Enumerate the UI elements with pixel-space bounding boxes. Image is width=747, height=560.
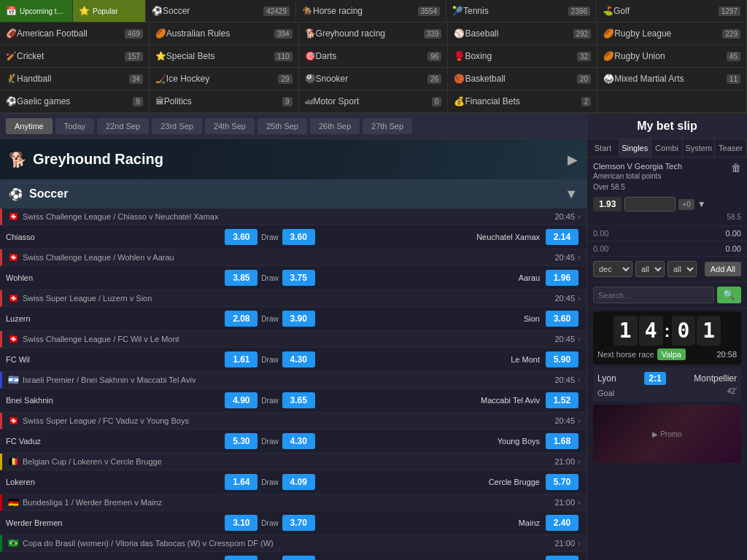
soccer-banner[interactable]: ⚽ Soccer ▼: [0, 179, 587, 209]
tennis-icon: 🎾: [452, 6, 463, 16]
nav-american-football[interactable]: 🏈 American Football 469: [0, 23, 150, 44]
draw-odds-4[interactable]: 3.65: [282, 392, 315, 408]
tab-23sep[interactable]: 23rd Sep: [152, 118, 202, 134]
nav-politics[interactable]: 🏛 Politics 9: [150, 90, 299, 112]
draw-odds-6[interactable]: 4.09: [282, 474, 315, 490]
match-header-5[interactable]: 🇨🇭 Swiss Super League / FC Vaduz v Young…: [0, 413, 587, 429]
format-select-3[interactable]: all: [667, 261, 697, 277]
away-odds-4[interactable]: 1.52: [546, 392, 578, 408]
home-odds-1[interactable]: 3.85: [225, 270, 258, 286]
match-odds-7: 3.10 Draw 3.70: [222, 515, 317, 531]
tab-today[interactable]: Today: [55, 118, 94, 134]
draw-odds-2[interactable]: 3.90: [282, 311, 315, 327]
nav-upcoming[interactable]: 📅 Upcoming today: [0, 0, 73, 22]
home-odds-3[interactable]: 1.61: [225, 351, 258, 368]
match-odds-3: 1.61 Draw 4.30: [222, 351, 317, 368]
nav-motor-sport[interactable]: 🏎 Motor Sport 0: [299, 90, 449, 112]
home-odds-4[interactable]: 4.90: [225, 392, 258, 408]
add-all-button[interactable]: Add All: [705, 262, 741, 276]
draw-odds-0[interactable]: 3.60: [282, 229, 315, 245]
nav-boxing[interactable]: 🥊 Boxing 32: [448, 45, 597, 67]
nav-basketball[interactable]: 🏀 Basketball 20: [448, 68, 597, 90]
away-odds-5[interactable]: 1.68: [546, 433, 578, 449]
away-odds-2[interactable]: 3.60: [546, 311, 578, 327]
match-header-4[interactable]: 🇮🇱 Israeli Premier / Bnei Sakhnin v Macc…: [0, 372, 587, 389]
away-odds-6[interactable]: 5.70: [546, 474, 578, 490]
tab-24sep[interactable]: 24th Sep: [205, 118, 255, 134]
home-odds-2[interactable]: 2.08: [225, 311, 258, 327]
nav-darts[interactable]: 🎯 Darts 96: [299, 45, 449, 67]
match-header-7[interactable]: 🇩🇪 Bundesliga 1 / Werder Bremen v Mainz …: [0, 494, 587, 511]
draw-odds-1[interactable]: 3.75: [282, 270, 315, 286]
draw-odds-3[interactable]: 4.30: [282, 351, 315, 368]
home-odds-6[interactable]: 1.64: [225, 474, 258, 490]
nav-rugby-union[interactable]: 🏉 Rugby Union 45: [597, 45, 747, 67]
nav-popular[interactable]: ⭐ Popular: [73, 0, 146, 22]
baseball-icon: ⚾: [454, 28, 465, 39]
main-layout: Anytime Today 22nd Sep 23rd Sep 24th Sep…: [0, 114, 747, 560]
nav-horse-racing[interactable]: 🏇 Horse racing 3554: [296, 0, 446, 22]
bet-item: Clemson V Georgia Tech American total po…: [587, 158, 747, 226]
nav-ice-hockey[interactable]: 🏒 Ice Hockey 29: [150, 68, 299, 90]
search-button[interactable]: 🔍: [717, 287, 741, 303]
away-odds-0[interactable]: 2.14: [546, 229, 578, 245]
format-select-1[interactable]: decfracamer: [593, 261, 632, 277]
nav-financial-bets[interactable]: 💰 Financial Bets 2: [448, 90, 597, 112]
home-odds-0[interactable]: 3.60: [225, 229, 258, 245]
rugby-league-icon: 🏉: [603, 28, 614, 39]
away-odds-3[interactable]: 5.90: [546, 351, 578, 368]
bet-type: American total points: [593, 172, 682, 180]
tab-26sep[interactable]: 26th Sep: [310, 118, 360, 134]
nav-australian-rules[interactable]: 🏉 Australian Rules 394: [150, 23, 299, 44]
tab-anytime[interactable]: Anytime: [6, 118, 53, 134]
away-odds-8[interactable]: 1.40: [546, 556, 578, 560]
home-odds-5[interactable]: 5.30: [225, 433, 258, 449]
draw-odds-5[interactable]: 4.30: [282, 433, 315, 449]
away-odds-1[interactable]: 1.96: [546, 270, 578, 286]
nav-snooker[interactable]: 🎱 Snooker 26: [299, 68, 449, 90]
match-header-2[interactable]: 🇨🇭 Swiss Super League / Luzern v Sion 20…: [0, 290, 587, 307]
bet-selection: Over 58.5: [593, 183, 682, 191]
bet-tab-combi[interactable]: Combi: [651, 139, 684, 157]
nav-special-bets[interactable]: ⭐ Special Bets 110: [150, 45, 299, 67]
format-select-2[interactable]: all: [635, 261, 665, 277]
nav-greyhound[interactable]: 🐕 Greyhound racing 339: [299, 23, 449, 44]
adjust-btn[interactable]: +0: [678, 199, 694, 210]
match-header-3[interactable]: 🇨🇭 Swiss Challenge League / FC Wil v Le …: [0, 331, 587, 348]
match-header-1[interactable]: 🇨🇭 Swiss Challenge League / Wohlen v Aar…: [0, 249, 587, 266]
home-odds-8[interactable]: 1.03: [225, 556, 258, 560]
tab-25sep[interactable]: 25th Sep: [258, 118, 307, 134]
adjust-arrow[interactable]: ▼: [697, 199, 706, 209]
race-time: 20:58: [716, 350, 737, 359]
nav-baseball[interactable]: ⚾ Baseball 292: [448, 23, 597, 44]
nav-handball[interactable]: 🤾 Handball 34: [0, 68, 150, 90]
tab-27sep[interactable]: 27th Sep: [363, 118, 412, 134]
greyhound-banner[interactable]: 🐕 Greyhound Racing ▶: [0, 139, 587, 179]
race-venue[interactable]: Valpa: [657, 349, 686, 360]
search-input[interactable]: [593, 287, 714, 303]
nav-mma[interactable]: 🥋 Mixed Martial Arts 11: [597, 68, 747, 90]
nav-rugby-league[interactable]: 🏉 Rugby League 229: [597, 23, 747, 44]
bet-tab-start[interactable]: Start: [587, 139, 619, 157]
nav-gaelic[interactable]: ⚽ Gaelic games 9: [0, 90, 150, 112]
tab-22sep[interactable]: 22nd Sep: [97, 118, 149, 134]
match-header-8[interactable]: 🇧🇷 Copa do Brasil (women) / Vitoria das …: [0, 535, 587, 552]
match-header-0[interactable]: 🇨🇭 Swiss Challenge League / Chiasso v Ne…: [0, 209, 587, 225]
nav-cricket[interactable]: 🏏 Cricket 157: [0, 45, 150, 67]
politics-icon: 🏛: [155, 96, 164, 106]
gaelic-icon: ⚽: [6, 96, 17, 106]
bet-tab-teaser[interactable]: Teaser: [715, 139, 747, 157]
bet-tab-singles[interactable]: Singles: [619, 139, 651, 157]
nav-soccer[interactable]: ⚽ Soccer 42429: [146, 0, 296, 22]
bet-tab-system[interactable]: System: [683, 139, 715, 157]
remove-bet-icon[interactable]: 🗑: [731, 162, 741, 174]
draw-odds-7[interactable]: 3.70: [282, 515, 315, 531]
away-odds-7[interactable]: 2.40: [546, 515, 578, 531]
home-odds-7[interactable]: 3.10: [225, 515, 258, 531]
match-row-2: Luzern 2.08 Draw 3.90 Sion 3.60: [0, 307, 587, 331]
match-header-6[interactable]: 🇧🇪 Belgian Cup / Lokeren v Cercle Brugge…: [0, 454, 587, 470]
nav-tennis[interactable]: 🎾 Tennis 2396: [446, 0, 597, 22]
draw-odds-8[interactable]: 1.40: [282, 556, 315, 560]
stake-input[interactable]: [624, 197, 676, 211]
nav-golf[interactable]: ⛳ Golf 1297: [597, 0, 747, 22]
